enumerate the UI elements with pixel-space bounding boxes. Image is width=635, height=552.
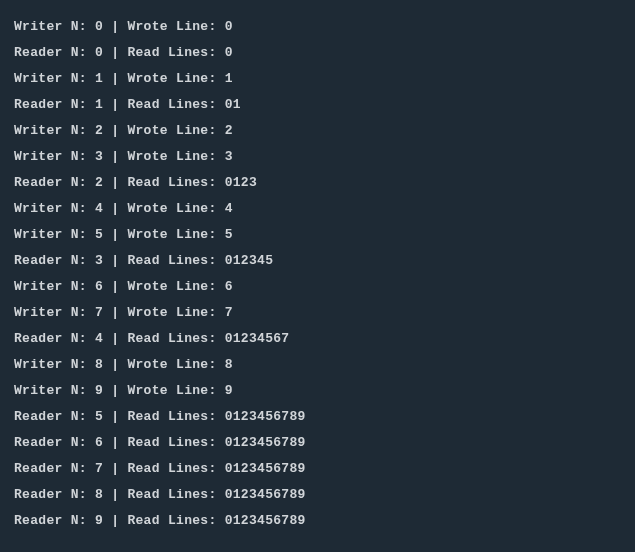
output-line: Writer N: 2 | Wrote Line: 2 bbox=[14, 118, 621, 144]
output-line: Writer N: 6 | Wrote Line: 6 bbox=[14, 274, 621, 300]
output-line: Reader N: 7 | Read Lines: 0123456789 bbox=[14, 456, 621, 482]
output-line: Reader N: 3 | Read Lines: 012345 bbox=[14, 248, 621, 274]
output-line: Writer N: 1 | Wrote Line: 1 bbox=[14, 66, 621, 92]
output-line: Reader N: 0 | Read Lines: 0 bbox=[14, 40, 621, 66]
output-line: Writer N: 4 | Wrote Line: 4 bbox=[14, 196, 621, 222]
output-line: Reader N: 5 | Read Lines: 0123456789 bbox=[14, 404, 621, 430]
terminal-output: Writer N: 0 | Wrote Line: 0 Reader N: 0 … bbox=[14, 14, 621, 534]
output-line: Writer N: 0 | Wrote Line: 0 bbox=[14, 14, 621, 40]
output-line: Writer N: 5 | Wrote Line: 5 bbox=[14, 222, 621, 248]
output-line: Reader N: 9 | Read Lines: 0123456789 bbox=[14, 508, 621, 534]
output-line: Writer N: 8 | Wrote Line: 8 bbox=[14, 352, 621, 378]
output-line: Reader N: 8 | Read Lines: 0123456789 bbox=[14, 482, 621, 508]
output-line: Reader N: 4 | Read Lines: 01234567 bbox=[14, 326, 621, 352]
output-line: Writer N: 3 | Wrote Line: 3 bbox=[14, 144, 621, 170]
output-line: Writer N: 9 | Wrote Line: 9 bbox=[14, 378, 621, 404]
output-line: Reader N: 2 | Read Lines: 0123 bbox=[14, 170, 621, 196]
output-line: Writer N: 7 | Wrote Line: 7 bbox=[14, 300, 621, 326]
output-line: Reader N: 1 | Read Lines: 01 bbox=[14, 92, 621, 118]
output-line: Reader N: 6 | Read Lines: 0123456789 bbox=[14, 430, 621, 456]
